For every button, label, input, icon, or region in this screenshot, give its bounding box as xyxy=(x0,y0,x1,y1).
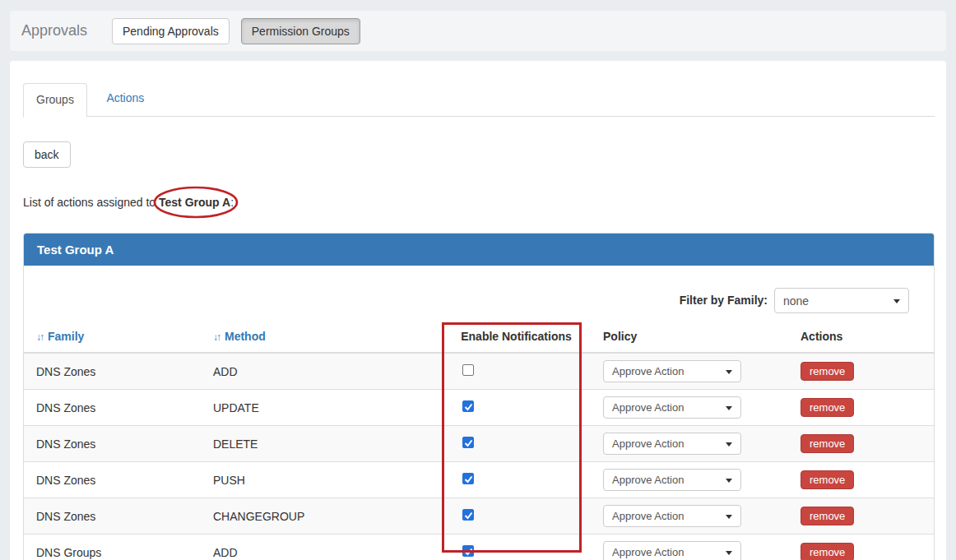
family-cell: DNS Zones xyxy=(24,462,201,498)
actions-cell: remove xyxy=(801,498,934,535)
back-button[interactable]: back xyxy=(23,141,71,168)
assignment-prefix: List of actions assigned to xyxy=(23,196,159,209)
caret-down-icon xyxy=(726,406,732,410)
policy-select-value: Approve Action xyxy=(612,401,684,414)
method-cell: PUSH xyxy=(201,462,429,498)
policy-cell: Approve Action xyxy=(603,390,801,426)
family-cell: DNS Groups xyxy=(24,535,201,560)
policy-cell: Approve Action xyxy=(603,426,801,462)
policy-select[interactable]: Approve Action xyxy=(603,505,741,527)
policy-select[interactable]: Approve Action xyxy=(603,360,741,382)
sort-icon: ↓↑ xyxy=(36,331,43,343)
policy-cell: Approve Action xyxy=(603,535,801,560)
enable-notifications-checkbox[interactable] xyxy=(462,364,474,376)
caret-down-icon xyxy=(726,370,732,374)
table-row: DNS ZonesUPDATEApprove Actionremove xyxy=(24,390,934,426)
header-family[interactable]: ↓↑Family xyxy=(24,313,201,353)
header-enable-notifications: Enable Notifications xyxy=(429,313,603,353)
table-row: DNS GroupsADDApprove Actionremove xyxy=(24,535,934,560)
page-title: Approvals xyxy=(10,22,112,39)
header-policy: Policy xyxy=(603,313,801,353)
table-body: DNS ZonesADDApprove ActionremoveDNS Zone… xyxy=(24,353,934,560)
tab-actions[interactable]: Actions xyxy=(94,82,156,117)
actions-table: ↓↑Family ↓↑Method Enable Notifications P… xyxy=(24,313,934,560)
sort-icon: ↓↑ xyxy=(213,331,220,343)
method-cell: DELETE xyxy=(201,426,429,462)
policy-select-value: Approve Action xyxy=(612,546,684,558)
enable-notifications-checkbox[interactable] xyxy=(462,545,474,557)
actions-cell: remove xyxy=(801,390,934,426)
notifications-cell xyxy=(429,353,603,390)
table-row: DNS ZonesDELETEApprove Actionremove xyxy=(24,426,934,462)
top-navbar: Approvals Pending Approvals Permission G… xyxy=(10,11,946,51)
policy-select-value: Approve Action xyxy=(612,365,684,377)
remove-button[interactable]: remove xyxy=(801,398,854,417)
caret-down-icon xyxy=(726,515,732,519)
method-cell: ADD xyxy=(201,535,429,560)
policy-cell: Approve Action xyxy=(603,462,801,498)
remove-button[interactable]: remove xyxy=(801,543,854,560)
assignment-group-name: Test Group A xyxy=(159,196,230,209)
policy-select-value: Approve Action xyxy=(612,437,684,450)
policy-select-value: Approve Action xyxy=(612,510,684,522)
header-actions: Actions xyxy=(801,313,934,353)
policy-select[interactable]: Approve Action xyxy=(603,396,741,419)
panel-body: Filter by Family: none ↓↑Family ↓↑Method… xyxy=(24,266,934,560)
method-cell: CHANGEGROUP xyxy=(201,498,429,535)
notifications-cell xyxy=(429,390,603,426)
filter-label: Filter by Family: xyxy=(680,288,768,313)
panel-title: Test Group A xyxy=(24,234,934,266)
policy-select[interactable]: Approve Action xyxy=(603,433,741,455)
actions-cell: remove xyxy=(801,535,934,560)
enable-notifications-checkbox[interactable] xyxy=(462,437,474,448)
table-row: DNS ZonesPUSHApprove Actionremove xyxy=(24,462,934,498)
tab-groups[interactable]: Groups xyxy=(23,83,87,118)
group-panel: Test Group A Filter by Family: none ↓↑Fa… xyxy=(23,233,935,560)
notifications-cell xyxy=(429,535,603,560)
caret-down-icon xyxy=(726,551,732,555)
policy-select[interactable]: Approve Action xyxy=(603,469,741,491)
table-row: DNS ZonesADDApprove Actionremove xyxy=(24,353,934,390)
remove-button[interactable]: remove xyxy=(801,434,854,453)
notifications-cell xyxy=(429,498,603,535)
policy-select[interactable]: Approve Action xyxy=(603,541,741,560)
family-filter-value: none xyxy=(783,294,809,308)
remove-button[interactable]: remove xyxy=(801,470,854,489)
assignment-line: List of actions assigned to Test Group A… xyxy=(23,196,234,209)
remove-button[interactable]: remove xyxy=(801,507,854,525)
tab-bar: Groups Actions xyxy=(23,82,935,117)
header-method[interactable]: ↓↑Method xyxy=(201,313,429,353)
enable-notifications-checkbox[interactable] xyxy=(462,509,474,521)
pending-approvals-button[interactable]: Pending Approvals xyxy=(112,18,230,44)
content-card: Groups Actions back List of actions assi… xyxy=(10,61,946,560)
policy-cell: Approve Action xyxy=(603,498,801,535)
family-cell: DNS Zones xyxy=(24,426,201,462)
family-filter-select[interactable]: none xyxy=(774,288,909,313)
caret-down-icon xyxy=(726,442,732,447)
actions-cell: remove xyxy=(801,426,934,462)
family-cell: DNS Zones xyxy=(24,498,201,535)
policy-cell: Approve Action xyxy=(603,353,801,390)
actions-cell: remove xyxy=(801,462,934,498)
remove-button[interactable]: remove xyxy=(801,362,854,381)
method-cell: UPDATE xyxy=(201,390,429,426)
enable-notifications-checkbox[interactable] xyxy=(462,473,474,484)
caret-down-icon xyxy=(726,479,732,483)
notifications-cell xyxy=(429,426,603,462)
caret-down-icon xyxy=(893,299,900,303)
family-cell: DNS Zones xyxy=(24,353,201,390)
notifications-cell xyxy=(429,462,603,498)
policy-select-value: Approve Action xyxy=(612,474,684,486)
family-cell: DNS Zones xyxy=(24,390,201,426)
actions-cell: remove xyxy=(801,353,934,390)
enable-notifications-checkbox[interactable] xyxy=(462,400,474,412)
table-row: DNS ZonesCHANGEGROUPApprove Actionremove xyxy=(24,498,934,535)
filter-bar: Filter by Family: none xyxy=(24,266,934,313)
assignment-suffix: : xyxy=(230,196,234,209)
table-header-row: ↓↑Family ↓↑Method Enable Notifications P… xyxy=(24,313,934,353)
method-cell: ADD xyxy=(201,353,429,390)
permission-groups-button[interactable]: Permission Groups xyxy=(241,18,360,44)
